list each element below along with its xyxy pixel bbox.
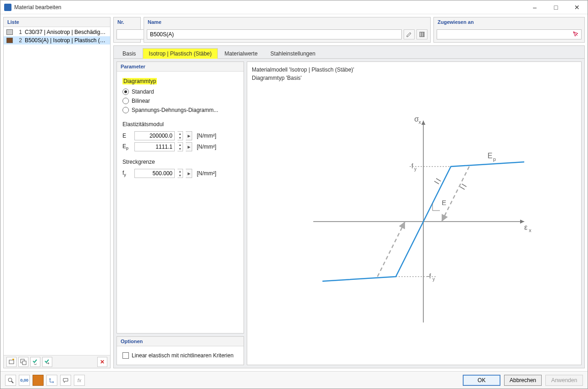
yield-header: Streckgrenze bbox=[122, 159, 238, 165]
assigned-panel: Zugewiesen an bbox=[433, 17, 585, 43]
ep-input[interactable] bbox=[134, 142, 175, 151]
fy-spinner[interactable]: ▲▼ bbox=[178, 169, 183, 178]
window-title: Material bearbeiten bbox=[14, 4, 524, 11]
ep-unit: [N/mm²] bbox=[197, 144, 216, 150]
radio-icon bbox=[122, 107, 129, 113]
preview-description: Materialmodell 'Isotrop | Plastisch (Stä… bbox=[252, 66, 577, 82]
apply-button[interactable]: Anwenden bbox=[545, 375, 583, 386]
radio-label: Standard bbox=[132, 89, 154, 95]
cancel-button[interactable]: Abbrechen bbox=[504, 375, 542, 386]
ep-spinner[interactable]: ▲▼ bbox=[178, 142, 183, 151]
radio-icon bbox=[122, 98, 129, 104]
radio-stress-strain[interactable]: Spannungs-Dehnungs-Diagramm... bbox=[122, 106, 238, 115]
titlebar: Material bearbeiten – □ ✕ bbox=[0, 0, 588, 14]
radio-icon bbox=[122, 89, 129, 95]
preview-line2: Diagrammtyp 'Basis' bbox=[252, 74, 577, 82]
list-item-label: B500S(A) | Isotrop | Plastisch (Stäbe) bbox=[25, 37, 107, 44]
diagrammtyp-label: Diagrammtyp bbox=[122, 78, 157, 84]
nr-panel: Nr. bbox=[113, 17, 141, 43]
svg-text:x: x bbox=[529, 228, 532, 233]
copy-item-button[interactable] bbox=[18, 357, 28, 367]
svg-line-20 bbox=[377, 222, 405, 277]
svg-text:x: x bbox=[419, 119, 422, 125]
name-header: Name bbox=[144, 17, 430, 27]
color-tool-button[interactable] bbox=[33, 375, 44, 386]
svg-rect-3 bbox=[420, 32, 421, 37]
svg-text:p: p bbox=[493, 156, 496, 162]
svg-line-26 bbox=[460, 187, 465, 189]
e-value-row: E ▲▼ ▶ [N/mm²] bbox=[122, 130, 238, 141]
list-item-number: 1 bbox=[16, 29, 22, 35]
preview-panel: Materialmodell 'Isotrop | Plastisch (Stä… bbox=[247, 61, 582, 365]
pick-element-icon[interactable] bbox=[572, 31, 580, 38]
svg-line-19 bbox=[442, 167, 469, 222]
new-item-button[interactable] bbox=[6, 357, 17, 367]
ep-value-row: Ep ▲▼ ▶ [N/mm²] bbox=[122, 141, 238, 152]
fx-tool-button[interactable]: fx bbox=[74, 375, 85, 386]
delete-item-button[interactable]: ✕ bbox=[97, 357, 107, 367]
lin-elastic-label: Linear elastisch mit nichtlinearen Krite… bbox=[132, 352, 233, 359]
stress-strain-chart: σ x ε x f y -f y bbox=[252, 82, 577, 361]
parameter-panel: Parameter Diagrammtyp Standard Bilinear bbox=[116, 61, 244, 333]
svg-line-27 bbox=[462, 184, 466, 187]
parameter-header: Parameter bbox=[117, 62, 244, 71]
library-button[interactable] bbox=[416, 29, 427, 39]
e-arrow-button[interactable]: ▶ bbox=[186, 131, 192, 140]
e-input[interactable] bbox=[134, 131, 175, 140]
tab-isotrop-plastisch[interactable]: Isotrop | Plastisch (Stäbe) bbox=[143, 48, 217, 59]
list-header: Liste bbox=[4, 17, 110, 27]
svg-text:f: f bbox=[411, 162, 413, 170]
fy-input[interactable] bbox=[134, 169, 175, 178]
tab-stahleinstellungen[interactable]: Stahleinstellungen bbox=[265, 48, 322, 59]
axes-tool-button[interactable] bbox=[46, 375, 57, 386]
list-panel: Liste 1 C30/37 | Anisotrop | Beschädigun… bbox=[3, 17, 111, 368]
svg-line-25 bbox=[436, 178, 441, 181]
search-tool-button[interactable] bbox=[5, 375, 16, 386]
svg-text:y: y bbox=[414, 167, 416, 172]
color-swatch bbox=[6, 38, 13, 43]
ok-button[interactable]: OK bbox=[463, 375, 500, 386]
radio-standard[interactable]: Standard bbox=[122, 87, 238, 96]
svg-rect-2 bbox=[22, 361, 26, 365]
list-toolbar: ✕ bbox=[4, 355, 110, 368]
radio-label: Spannungs-Dehnungs-Diagramm... bbox=[132, 107, 218, 113]
list-body[interactable]: 1 C30/37 | Anisotrop | Beschädigung 2 B5… bbox=[4, 27, 110, 355]
list-item[interactable]: 2 B500S(A) | Isotrop | Plastisch (Stäbe) bbox=[4, 36, 110, 44]
e-symbol: E bbox=[122, 133, 132, 139]
lin-elastic-checkbox-row[interactable]: Linear elastisch mit nichtlinearen Krite… bbox=[122, 351, 238, 360]
optionen-header: Optionen bbox=[117, 337, 244, 346]
assigned-header: Zugewiesen an bbox=[434, 17, 584, 27]
comment-tool-button[interactable] bbox=[60, 375, 71, 386]
ep-arrow-button[interactable]: ▶ bbox=[186, 142, 192, 151]
list-item-number: 2 bbox=[16, 37, 22, 44]
minimize-button[interactable]: – bbox=[524, 0, 545, 14]
e-spinner[interactable]: ▲▼ bbox=[178, 131, 183, 140]
fy-value-row: fy ▲▼ ▶ [N/mm²] bbox=[122, 168, 238, 179]
tab-materialwerte[interactable]: Materialwerte bbox=[219, 48, 264, 59]
fy-arrow-button[interactable]: ▶ bbox=[186, 169, 192, 178]
svg-line-29 bbox=[11, 381, 13, 383]
fy-symbol: fy bbox=[122, 170, 132, 177]
footer: 0,00 fx OK Abbrechen Anwenden bbox=[0, 371, 588, 389]
units-tool-button[interactable]: 0,00 bbox=[19, 375, 30, 386]
radio-bilinear[interactable]: Bilinear bbox=[122, 96, 238, 106]
tab-basis[interactable]: Basis bbox=[116, 48, 142, 59]
name-input[interactable] bbox=[147, 29, 402, 39]
svg-text:E: E bbox=[488, 152, 493, 160]
list-item[interactable]: 1 C30/37 | Anisotrop | Beschädigung bbox=[4, 28, 110, 36]
svg-rect-0 bbox=[9, 360, 14, 364]
svg-text:-f: -f bbox=[427, 272, 431, 280]
assigned-input[interactable] bbox=[437, 29, 582, 39]
optionen-panel: Optionen Linear elastisch mit nichtlinea… bbox=[116, 336, 244, 365]
preview-line1: Materialmodell 'Isotrop | Plastisch (Stä… bbox=[252, 66, 577, 74]
svg-text:E: E bbox=[442, 199, 446, 206]
svg-point-28 bbox=[8, 378, 12, 382]
svg-line-24 bbox=[434, 181, 439, 184]
maximize-button[interactable]: □ bbox=[545, 0, 566, 14]
check-down-button[interactable] bbox=[30, 357, 40, 367]
check-right-button[interactable] bbox=[42, 357, 52, 367]
edit-name-button[interactable] bbox=[404, 29, 415, 39]
close-button[interactable]: ✕ bbox=[566, 0, 588, 14]
svg-rect-4 bbox=[422, 32, 423, 37]
nr-header: Nr. bbox=[114, 17, 140, 27]
